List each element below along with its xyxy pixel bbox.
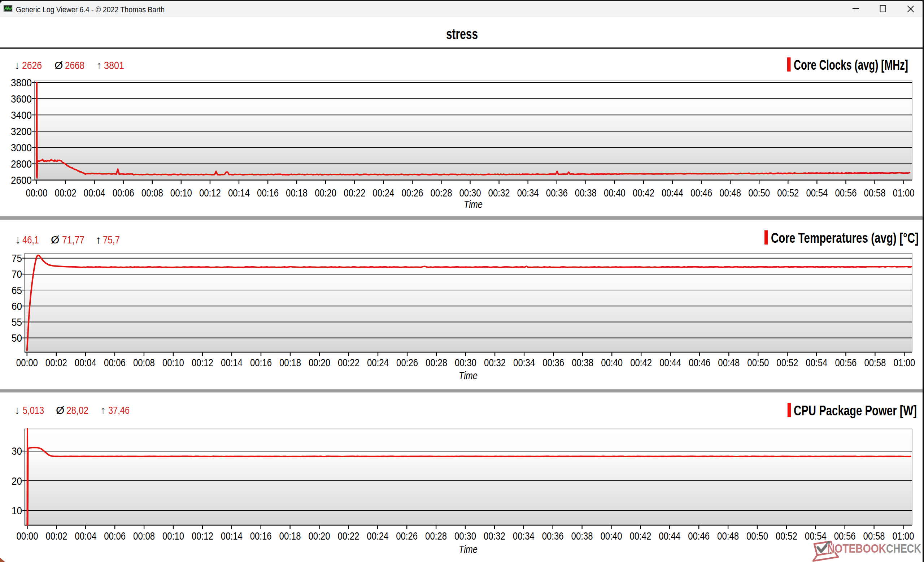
svg-text:Core Temperatures (avg) [°C]: Core Temperatures (avg) [°C] [771, 230, 919, 246]
svg-text:00:38: 00:38 [572, 356, 593, 368]
svg-text:2626: 2626 [22, 59, 42, 71]
svg-text:00:00: 00:00 [16, 356, 38, 368]
svg-text:01:00: 01:00 [893, 356, 915, 368]
svg-text:stress: stress [446, 26, 478, 42]
svg-text:00:38: 00:38 [575, 187, 597, 198]
svg-text:2600: 2600 [11, 174, 32, 186]
svg-text:00:34: 00:34 [513, 356, 535, 368]
svg-text:3000: 3000 [11, 141, 32, 153]
svg-text:00:46: 00:46 [688, 530, 710, 542]
svg-text:00:04: 00:04 [75, 530, 96, 542]
svg-text:00:54: 00:54 [805, 530, 826, 542]
svg-text:46,1: 46,1 [22, 234, 39, 246]
svg-text:00:06: 00:06 [104, 530, 126, 542]
svg-text:Time: Time [459, 543, 477, 555]
svg-text:00:02: 00:02 [45, 356, 67, 368]
svg-text:00:56: 00:56 [835, 356, 856, 368]
svg-text:↓: ↓ [14, 59, 20, 71]
svg-text:00:40: 00:40 [604, 187, 626, 198]
svg-text:00:18: 00:18 [279, 530, 301, 542]
svg-text:00:06: 00:06 [104, 356, 126, 368]
svg-text:00:42: 00:42 [630, 530, 651, 542]
svg-text:00:50: 00:50 [746, 530, 768, 542]
svg-text:00:12: 00:12 [199, 187, 221, 198]
svg-text:CPU Package Power [W]: CPU Package Power [W] [794, 403, 917, 418]
svg-text:50: 50 [12, 332, 22, 344]
svg-text:00:22: 00:22 [338, 356, 360, 368]
svg-text:00:12: 00:12 [192, 356, 213, 368]
svg-text:00:56: 00:56 [834, 530, 856, 542]
svg-text:00:28: 00:28 [426, 356, 447, 368]
svg-text:Time: Time [464, 198, 483, 210]
svg-text:00:26: 00:26 [396, 356, 418, 368]
svg-text:10: 10 [12, 505, 22, 517]
svg-text:00:58: 00:58 [864, 187, 886, 198]
svg-text:00:46: 00:46 [688, 356, 710, 368]
svg-text:00:22: 00:22 [338, 530, 359, 542]
svg-text:↑: ↑ [100, 404, 106, 416]
svg-text:01:00: 01:00 [892, 530, 914, 542]
svg-text:01:00: 01:00 [893, 187, 915, 198]
svg-text:00:00: 00:00 [26, 187, 48, 198]
svg-text:00:44: 00:44 [659, 530, 680, 542]
svg-text:00:38: 00:38 [572, 530, 593, 542]
svg-text:00:06: 00:06 [112, 187, 134, 198]
svg-text:00:24: 00:24 [367, 356, 389, 368]
svg-text:00:14: 00:14 [228, 187, 250, 198]
svg-text:3801: 3801 [104, 59, 124, 71]
svg-text:Generic Log Viewer 6.4 - © 202: Generic Log Viewer 6.4 - © 2022 Thomas B… [16, 5, 165, 14]
svg-text:00:40: 00:40 [601, 530, 622, 542]
svg-text:00:10: 00:10 [162, 530, 184, 542]
svg-text:00:08: 00:08 [133, 356, 155, 368]
svg-text:CHECK: CHECK [886, 541, 921, 555]
svg-text:00:52: 00:52 [777, 187, 799, 198]
svg-text:00:34: 00:34 [513, 530, 534, 542]
svg-text:00:24: 00:24 [367, 530, 388, 542]
svg-text:00:36: 00:36 [543, 356, 564, 368]
svg-text:00:26: 00:26 [396, 530, 418, 542]
svg-text:00:52: 00:52 [776, 530, 797, 542]
svg-text:00:02: 00:02 [55, 187, 76, 198]
svg-text:75,7: 75,7 [103, 234, 120, 246]
svg-text:00:12: 00:12 [192, 530, 213, 542]
svg-text:↓: ↓ [15, 234, 21, 246]
svg-text:30: 30 [12, 445, 22, 457]
svg-text:00:00: 00:00 [16, 530, 38, 542]
svg-text:Core Clocks (avg) [MHz]: Core Clocks (avg) [MHz] [794, 57, 908, 73]
svg-text:2668: 2668 [65, 59, 84, 71]
svg-text:Time: Time [459, 370, 477, 382]
svg-text:↑: ↑ [96, 59, 102, 71]
svg-text:00:16: 00:16 [257, 187, 279, 198]
svg-text:00:04: 00:04 [75, 356, 96, 368]
svg-text:00:56: 00:56 [835, 187, 857, 198]
svg-text:70: 70 [12, 268, 22, 280]
svg-text:00:58: 00:58 [864, 356, 886, 368]
svg-text:00:30: 00:30 [459, 187, 481, 198]
svg-text:00:30: 00:30 [454, 530, 476, 542]
svg-text:00:18: 00:18 [279, 356, 301, 368]
svg-text:60: 60 [12, 300, 22, 312]
svg-text:00:16: 00:16 [250, 356, 272, 368]
svg-text:3600: 3600 [11, 93, 32, 105]
svg-text:00:28: 00:28 [430, 187, 452, 198]
svg-text:3400: 3400 [11, 109, 32, 121]
svg-text:00:34: 00:34 [517, 187, 539, 198]
svg-text:00:24: 00:24 [372, 187, 394, 198]
svg-text:00:28: 00:28 [425, 530, 447, 542]
svg-text:00:22: 00:22 [344, 187, 365, 198]
svg-text:00:48: 00:48 [718, 356, 740, 368]
svg-text:00:44: 00:44 [659, 356, 681, 368]
svg-text:3800: 3800 [11, 77, 32, 89]
svg-text:55: 55 [12, 316, 22, 328]
svg-text:00:50: 00:50 [748, 187, 770, 198]
svg-text:00:40: 00:40 [601, 356, 622, 368]
svg-text:00:04: 00:04 [84, 187, 105, 198]
svg-text:3200: 3200 [11, 125, 32, 137]
svg-text:00:16: 00:16 [250, 530, 272, 542]
svg-text:71,77: 71,77 [62, 234, 84, 246]
svg-text:00:50: 00:50 [747, 356, 769, 368]
svg-text:↓: ↓ [14, 404, 20, 416]
svg-text:00:08: 00:08 [133, 530, 155, 542]
svg-text:00:26: 00:26 [401, 187, 423, 198]
svg-text:00:36: 00:36 [542, 530, 564, 542]
